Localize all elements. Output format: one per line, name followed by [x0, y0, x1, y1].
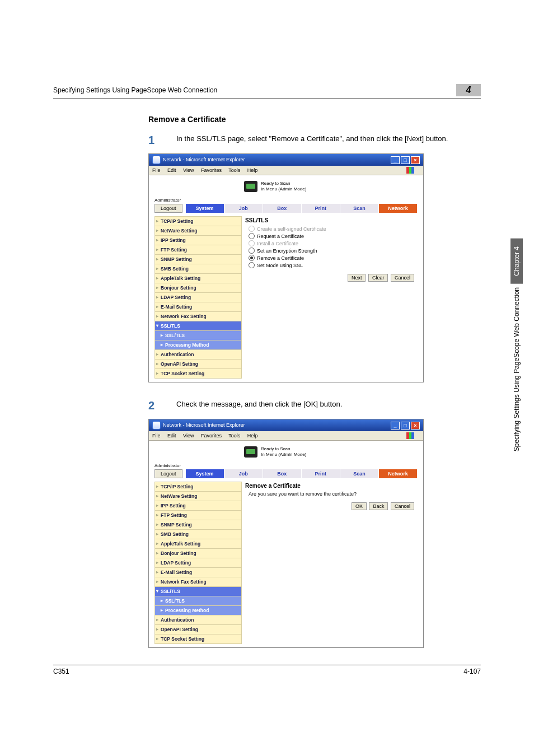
cancel-button-2[interactable]: Cancel	[391, 502, 414, 510]
menu-help[interactable]: Help	[247, 167, 258, 173]
ok-button[interactable]: OK	[352, 502, 367, 510]
side-email[interactable]: E-Mail Setting	[154, 302, 242, 312]
next-button[interactable]: Next	[348, 274, 366, 282]
radio-encstr[interactable]	[249, 248, 255, 254]
tab-scan[interactable]: Scan	[340, 204, 379, 213]
side-ssltls[interactable]: SSL/TLS	[154, 321, 242, 331]
side-snmp[interactable]: SNMP Setting	[154, 520, 242, 530]
side-procmethod[interactable]: Processing Method	[154, 606, 242, 615]
tab-job[interactable]: Job	[224, 204, 263, 213]
side-appletalk[interactable]: AppleTalk Setting	[154, 274, 242, 283]
tab-network[interactable]: Network	[379, 204, 418, 213]
side-chapter-box: Chapter 4	[510, 239, 523, 284]
radio-remove[interactable]	[249, 255, 255, 261]
side-tcpsocket[interactable]: TCP Socket Setting	[154, 634, 242, 644]
panel1-title: SSL/TLS	[245, 217, 414, 223]
close-icon[interactable]: ×	[411, 422, 420, 430]
chapter-number-box: 4	[456, 84, 481, 96]
window-title-2: Network - Microsoft Internet Explorer	[163, 422, 245, 428]
logout-button[interactable]: Logout	[154, 204, 182, 213]
step-1-text: In the SSL/TLS page, select "Remove a Ce…	[176, 134, 481, 147]
side-tcpip[interactable]: TCP/IP Setting	[154, 482, 242, 492]
side-netfax[interactable]: Network Fax Setting	[154, 577, 242, 587]
side-appletalk[interactable]: AppleTalk Setting	[154, 539, 242, 549]
side-procmethod[interactable]: Processing Method	[154, 340, 242, 350]
side-ssltls-sub[interactable]: SSL/TLS	[154, 596, 242, 606]
side-auth[interactable]: Authentication	[154, 350, 242, 360]
side-netfax[interactable]: Network Fax Setting	[154, 312, 242, 321]
side-email[interactable]: E-Mail Setting	[154, 568, 242, 577]
clear-button[interactable]: Clear	[368, 274, 388, 282]
radio-setmode[interactable]	[249, 262, 255, 268]
radio-install[interactable]	[249, 240, 255, 246]
side-netware[interactable]: NetWare Setting	[154, 492, 242, 501]
side-ftp[interactable]: FTP Setting	[154, 511, 242, 520]
admin-label: Administrator	[154, 463, 418, 468]
side-tcpip[interactable]: TCP/IP Setting	[154, 216, 242, 226]
status-ready: Ready to Scan	[261, 181, 306, 186]
opt-remove: Remove a Certificate	[257, 255, 304, 261]
tab-network[interactable]: Network	[379, 469, 418, 478]
tab-job[interactable]: Job	[224, 469, 263, 478]
back-button[interactable]: Back	[369, 502, 388, 510]
tab-system[interactable]: System	[186, 469, 224, 478]
footer-page: 4-107	[463, 668, 481, 675]
ie-throbber-icon	[406, 432, 414, 439]
side-openapi[interactable]: OpenAPI Setting	[154, 360, 242, 369]
minimize-icon[interactable]: _	[391, 156, 400, 164]
screenshot-2: Network - Microsoft Internet Explorer _ …	[148, 419, 424, 648]
tab-scan[interactable]: Scan	[340, 469, 379, 478]
side-smb[interactable]: SMB Setting	[154, 530, 242, 539]
side-ldap[interactable]: LDAP Setting	[154, 558, 242, 568]
side-auth[interactable]: Authentication	[154, 615, 242, 625]
menu-tools[interactable]: Tools	[228, 433, 240, 438]
side-ssltls-sub[interactable]: SSL/TLS	[154, 331, 242, 340]
maximize-icon[interactable]: □	[401, 156, 410, 164]
tab-print[interactable]: Print	[302, 469, 340, 478]
close-icon[interactable]: ×	[411, 156, 420, 164]
side-ssltls[interactable]: SSL/TLS	[154, 587, 242, 596]
side-ftp[interactable]: FTP Setting	[154, 245, 242, 255]
step-2-text: Check the message, and then click the [O…	[176, 399, 481, 412]
menu-favorites[interactable]: Favorites	[201, 167, 222, 173]
tab-print[interactable]: Print	[302, 204, 340, 213]
status-mode: In Menu (Admin Mode)	[261, 186, 306, 192]
menu-edit[interactable]: Edit	[167, 167, 176, 173]
cancel-button[interactable]: Cancel	[391, 274, 414, 282]
side-bonjour[interactable]: Bonjour Setting	[154, 549, 242, 558]
menu-help[interactable]: Help	[247, 433, 258, 438]
screenshot-1: Network - Microsoft Internet Explorer _ …	[148, 153, 424, 382]
menu-edit[interactable]: Edit	[167, 433, 176, 438]
menu-file[interactable]: File	[152, 167, 161, 173]
window-title: Network - Microsoft Internet Explorer	[163, 157, 245, 162]
status-mode: In Menu (Admin Mode)	[261, 452, 306, 458]
radio-request[interactable]	[249, 233, 255, 239]
side-bonjour[interactable]: Bonjour Setting	[154, 283, 242, 293]
side-snmp[interactable]: SNMP Setting	[154, 255, 242, 264]
admin-label: Administrator	[154, 198, 418, 203]
maximize-icon[interactable]: □	[401, 422, 410, 430]
minimize-icon[interactable]: _	[391, 422, 400, 430]
radio-create[interactable]	[249, 226, 255, 232]
side-netware[interactable]: NetWare Setting	[154, 226, 242, 236]
tab-box[interactable]: Box	[263, 204, 302, 213]
tab-system[interactable]: System	[186, 204, 224, 213]
menu-file[interactable]: File	[152, 433, 161, 438]
opt-request: Request a Certificate	[257, 234, 304, 239]
opt-create: Create a self-signed Certificate	[257, 226, 326, 232]
side-openapi[interactable]: OpenAPI Setting	[154, 625, 242, 634]
side-ipp[interactable]: IPP Setting	[154, 501, 242, 511]
printer-icon	[244, 446, 257, 458]
menu-view[interactable]: View	[183, 433, 194, 438]
menu-view[interactable]: View	[183, 167, 194, 173]
side-ipp[interactable]: IPP Setting	[154, 236, 242, 245]
side-tcpsocket[interactable]: TCP Socket Setting	[154, 369, 242, 379]
running-header: Specifying Settings Using PageScope Web …	[53, 86, 217, 94]
side-ldap[interactable]: LDAP Setting	[154, 293, 242, 302]
tab-box[interactable]: Box	[263, 469, 302, 478]
menu-tools[interactable]: Tools	[228, 167, 240, 173]
side-smb[interactable]: SMB Setting	[154, 264, 242, 274]
logout-button[interactable]: Logout	[154, 469, 182, 478]
menu-favorites[interactable]: Favorites	[201, 433, 222, 438]
printer-icon	[244, 181, 257, 192]
